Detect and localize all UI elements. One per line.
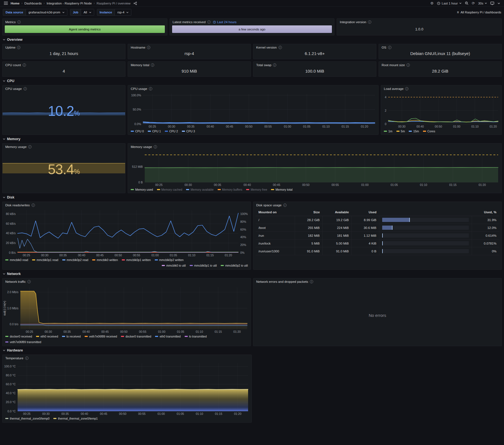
legend-item[interactable]: 5m [396, 130, 405, 133]
instance-value[interactable]: rsp-4 [115, 9, 131, 15]
info-icon[interactable]: i [28, 145, 32, 149]
legend-item[interactable]: thermal_thermal_zone0/temp1 [53, 417, 98, 420]
legend-item[interactable]: lo transmitted [185, 335, 207, 338]
panel-header[interactable]: Memory usage i [3, 143, 125, 150]
legend-item[interactable]: CPU 3 [182, 130, 195, 133]
legend-item[interactable]: mmcblk0 read [5, 258, 28, 262]
legend-item[interactable]: Memory total [271, 188, 293, 191]
info-icon[interactable]: i [32, 204, 35, 207]
load-average-chart[interactable]: 00:3000:4000:5001:0001:1001:20420 [381, 92, 501, 129]
legend-item[interactable]: veth7e06f89 transmitted [5, 340, 41, 344]
legend-item[interactable]: Memory cached [157, 188, 182, 191]
panel-header[interactable]: CPU counti [3, 62, 125, 68]
info-icon[interactable]: i [405, 87, 408, 90]
column-header[interactable] [379, 209, 472, 216]
cpu-usage-chart[interactable]: 00:2500:3000:3500:4000:4500:5000:5501:00… [128, 92, 378, 129]
datasource-value[interactable]: grafanacloud-k3d-prom [26, 9, 67, 15]
legend-item[interactable]: CPU 0 [131, 130, 144, 133]
legend-item[interactable]: mmcblk0 written [92, 258, 118, 262]
panel-header[interactable]: CPU usage i [3, 85, 125, 92]
legend-item[interactable]: 15m [409, 130, 419, 133]
info-icon[interactable]: i [154, 145, 157, 149]
table-row[interactable]: /boot255 MiB224 MiB30.6 MiB12.0% [256, 224, 499, 232]
legend-item[interactable]: CPU 1 [148, 130, 161, 133]
legend-item[interactable]: Memory used [131, 188, 153, 191]
legend-item[interactable]: thermal_thermal_zone0/temp0 [5, 417, 49, 420]
legend-item[interactable]: mmcblk0p2 written [155, 258, 184, 262]
legend-item[interactable]: mmcblk0p2 read [62, 258, 89, 262]
legend-item[interactable]: Cores [423, 130, 435, 133]
column-header[interactable]: Size [295, 209, 323, 216]
cpu-usage-sparkline[interactable] [3, 92, 125, 115]
refresh-interval-picker[interactable]: 30s [478, 2, 487, 5]
chevron-down-icon[interactable] [498, 3, 500, 4]
info-icon[interactable]: i [388, 46, 391, 49]
legend-item[interactable]: lo received [62, 335, 81, 338]
section-header-memory[interactable]: Memory [3, 137, 502, 141]
legend-item[interactable]: mmcblk0p2 io util [221, 264, 248, 267]
legend-item[interactable]: mmcblk0 io util [162, 264, 186, 267]
panel-header[interactable]: CPU usage i [128, 85, 378, 92]
column-header[interactable]: Mounted on [256, 209, 295, 216]
legend-item[interactable]: docker0 transmitted [121, 335, 151, 338]
refresh-icon[interactable]: ⟳ [472, 1, 475, 5]
info-icon[interactable]: i [17, 20, 21, 24]
hamburger-menu-icon[interactable] [4, 2, 8, 5]
time-range-picker[interactable]: Last 1 hour [437, 2, 462, 5]
breadcrumb-home[interactable]: Home [11, 2, 20, 5]
legend-item[interactable]: eth0 transmitted [155, 335, 180, 338]
all-dashboards-link[interactable]: ≡ All Raspberry Pi / dashboards [457, 10, 501, 14]
network-traffic-chart[interactable]: 00:2500:3000:3500:4000:4500:5000:5501:00… [3, 284, 251, 334]
panel-header[interactable]: Integration version i [337, 19, 501, 25]
section-header-disk[interactable]: Disk [3, 195, 502, 199]
info-icon[interactable]: i [25, 357, 28, 360]
memory-usage-sparkline[interactable] [3, 150, 125, 173]
column-header[interactable]: Available [323, 209, 352, 216]
breadcrumb-dashboards[interactable]: Dashboards [24, 2, 42, 5]
panel-header[interactable]: Network traffic i [3, 278, 251, 284]
info-icon[interactable]: i [283, 204, 287, 207]
panel-header[interactable]: Latest metrics received i Last 24 hours [170, 19, 334, 25]
column-header[interactable]: Used [352, 209, 379, 216]
panel-header[interactable]: Hostnamei [128, 44, 251, 50]
legend-item[interactable]: mmcblk0p1 io util [190, 264, 217, 267]
panel-header[interactable]: Memory usage i [128, 143, 501, 150]
panel-header[interactable]: Disk reads/writes i [3, 202, 251, 208]
info-icon[interactable]: i [310, 280, 313, 283]
info-icon[interactable]: i [368, 20, 371, 24]
memory-usage-chart[interactable]: 00:2500:3000:3500:4000:4500:5000:5501:00… [128, 150, 501, 187]
last-24-hours-link[interactable]: Last 24 hours [213, 20, 237, 24]
job-value[interactable]: All [81, 9, 94, 15]
info-icon[interactable]: i [406, 63, 410, 67]
info-icon[interactable]: i [23, 63, 26, 67]
panel-header[interactable]: Disk space usage i [253, 202, 501, 208]
info-icon[interactable]: i [23, 87, 27, 90]
panel-header[interactable]: Uptimei [3, 44, 125, 50]
legend-item[interactable]: 1m [384, 130, 393, 133]
legend-item[interactable]: Memory available [186, 188, 213, 191]
table-row[interactable]: /28.2 GiB19.2 GiB8.99 GiB31.9% [256, 216, 499, 224]
disk-reads-writes-chart[interactable]: 00:2500:3000:3500:4000:4500:5000:5501:00… [3, 208, 251, 258]
zoom-out-icon[interactable] [465, 1, 469, 5]
legend-item[interactable]: mmcblk0p1 written [122, 258, 151, 262]
legend-item[interactable]: CPU 2 [165, 130, 178, 133]
table-row[interactable]: /run182 MiB181 MiB1.12 MiB0.614% [256, 232, 499, 240]
legend-item[interactable]: mmcblk0p1 read [32, 258, 58, 262]
info-icon[interactable]: i [27, 280, 31, 283]
panel-header[interactable]: Root mount sizei [379, 62, 501, 68]
panel-header[interactable]: Kernel versioni [253, 44, 376, 50]
panel-header[interactable]: OSi [379, 44, 501, 50]
legend-item[interactable]: veth7e06f89 received [85, 335, 117, 338]
panel-header[interactable]: Temperature i [3, 355, 251, 361]
temperature-chart[interactable]: 00:2500:3000:3500:4000:4500:5000:5501:00… [3, 361, 251, 416]
info-icon[interactable]: i [273, 63, 276, 67]
table-row[interactable]: /run/lock5 MiB5.00 MiB4 KiB0.0781% [256, 240, 499, 247]
share-icon[interactable] [134, 2, 137, 5]
panel-header[interactable]: Metrics i [3, 19, 167, 25]
info-icon[interactable]: i [207, 20, 211, 24]
info-icon[interactable]: i [17, 46, 20, 49]
info-icon[interactable]: i [151, 63, 154, 67]
column-header[interactable]: Used, % [472, 209, 499, 216]
info-icon[interactable]: i [279, 46, 282, 49]
section-header-network[interactable]: Network [3, 272, 502, 276]
